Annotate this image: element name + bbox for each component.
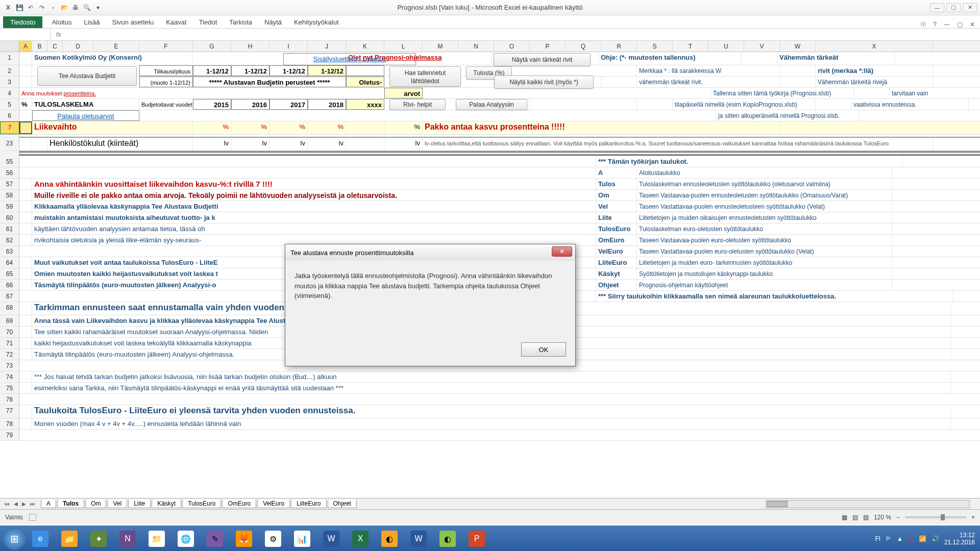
dialog-ok-button[interactable]: OK: [521, 342, 566, 357]
sheet-tab[interactable]: TulosEuro: [182, 499, 221, 508]
view-normal-icon[interactable]: ▦: [842, 514, 847, 521]
col-header-N[interactable]: N: [458, 41, 494, 52]
sheet-desc[interactable]: Liitetietojen ja muiden euro- tarkennust…: [637, 257, 892, 268]
cell[interactable]: [19, 190, 32, 201]
dialog-titlebar[interactable]: Tee alustava ennuste prosenttimuutoksill…: [285, 244, 575, 261]
col-header-K[interactable]: K: [346, 41, 384, 52]
lv[interactable]: lv: [384, 138, 423, 151]
period-1[interactable]: 1-12/12: [193, 65, 231, 76]
cell[interactable]: [19, 257, 32, 268]
row-header[interactable]: 7: [0, 121, 19, 134]
row-header[interactable]: 79: [0, 430, 19, 440]
sheet-key[interactable]: TulosEuro: [596, 223, 637, 234]
zoom-out-icon[interactable]: −: [896, 514, 900, 521]
preview-icon[interactable]: 🔍: [83, 4, 91, 12]
taskbar-ie[interactable]: e: [26, 528, 55, 550]
default-label-2[interactable]: arvot: [384, 88, 423, 98]
col-header-R[interactable]: R: [601, 41, 637, 52]
cell[interactable]: [19, 371, 32, 382]
year-4[interactable]: 2018: [308, 99, 346, 110]
lv[interactable]: lv: [270, 138, 308, 151]
default-label-1[interactable]: Oletus-: [346, 77, 384, 87]
ribbon-tab-data[interactable]: Tiedot: [193, 16, 224, 28]
help-line[interactable]: Merkkaa * : llä sarakkeessa W: [637, 65, 780, 76]
cell[interactable]: [19, 201, 32, 212]
minimize-button[interactable]: —: [930, 3, 944, 12]
less-important-sub[interactable]: rivit (merkaa *:llä): [816, 65, 933, 76]
cell[interactable]: [19, 212, 32, 223]
heading-77[interactable]: Taulukoita TulosEuro - LiiteEuro ei ylee…: [32, 405, 951, 418]
qat-more-icon[interactable]: ▾: [94, 4, 102, 12]
row-header[interactable]: 68: [0, 302, 19, 315]
view-break-icon[interactable]: ▧: [863, 514, 869, 521]
cell[interactable]: [530, 99, 637, 110]
cell[interactable]: [19, 138, 32, 151]
company-title[interactable]: Suomen Kotikylmiö Oy (Konserni): [32, 52, 193, 65]
instruction-57[interactable]: Anna vähintäänkin vuosittaiset liikevaih…: [32, 179, 596, 189]
revenue-warning[interactable]: Pakko antaa kasvu prosentteina !!!!!: [423, 121, 780, 134]
cell[interactable]: [19, 235, 32, 245]
tab-last-icon[interactable]: ⏭: [29, 501, 37, 507]
row-help-button[interactable]: Rivi- helpit: [389, 99, 446, 110]
sheet-tab[interactable]: Om: [85, 499, 106, 508]
cell[interactable]: Tee Alustava Budjetti: [32, 65, 139, 76]
ribbon-tab-layout[interactable]: Sivun asettelu: [106, 16, 160, 28]
tray-time[interactable]: 13:12: [944, 532, 975, 539]
sheet-key[interactable]: A: [596, 167, 637, 178]
col-header-T[interactable]: T: [673, 41, 708, 52]
row-header[interactable]: 4: [0, 88, 19, 98]
sheet-tab[interactable]: Ohjeet: [328, 499, 357, 508]
cell[interactable]: Rivi- helpit Palaa Analyysiin: [384, 99, 530, 110]
lv[interactable]: lv: [231, 138, 270, 151]
row-header[interactable]: 5: [0, 99, 19, 110]
instruction-59[interactable]: Klikkaamalla ylläolevaa käskynappia Tee …: [32, 201, 596, 212]
cell[interactable]: [19, 338, 32, 348]
revenue-label[interactable]: Liikevaihto: [32, 121, 193, 134]
col-header-X[interactable]: X: [816, 41, 933, 52]
sheet-key[interactable]: Ohjeet: [596, 280, 637, 290]
col-header-Q[interactable]: Q: [566, 41, 601, 52]
pct[interactable]: %: [193, 121, 231, 134]
row-header[interactable]: 59: [0, 201, 19, 212]
row-header[interactable]: 61: [0, 223, 19, 234]
sheet-tab[interactable]: Käskyt: [152, 499, 181, 508]
start-button[interactable]: ⊞: [3, 528, 26, 550]
period-4[interactable]: 1-12/12: [308, 65, 346, 76]
less-important-title[interactable]: Vähemmän tärkeät: [777, 52, 895, 65]
scrollbar-thumb[interactable]: [767, 501, 788, 507]
return-analysis-button[interactable]: Palaa Analyysiin: [456, 99, 527, 110]
zoom-slider[interactable]: [905, 516, 966, 518]
row-header[interactable]: 64: [0, 257, 19, 268]
tray-network-icon[interactable]: 📶: [919, 535, 926, 542]
fx-label[interactable]: fx: [51, 31, 66, 38]
taskbar-chrome[interactable]: 🌐: [172, 528, 200, 550]
col-header-E[interactable]: E: [93, 41, 139, 52]
sheet-desc[interactable]: Syöttötietojen ja muotoilujen käskynappi…: [637, 268, 892, 279]
new-icon[interactable]: ▫: [49, 4, 57, 12]
cell[interactable]: [19, 167, 596, 178]
tray-volume-icon[interactable]: 🔊: [932, 535, 939, 542]
row-header[interactable]: 56: [0, 167, 19, 178]
zoom-thumb[interactable]: [941, 514, 945, 520]
taskbar-app[interactable]: 📁: [55, 528, 84, 550]
help-line[interactable]: Vähemmän tärkeitä rivejä: [816, 77, 933, 87]
cell[interactable]: [19, 405, 32, 418]
ribbon-window-close-icon[interactable]: ✕: [970, 21, 975, 28]
help-line[interactable]: vähemmän tärkeät rivit.: [637, 77, 780, 87]
sheets-footer[interactable]: *** Siirry taulukoihin klikkaamalla sen …: [596, 291, 953, 302]
personnel-costs[interactable]: Henkilöstökulut (kiinteät): [47, 138, 193, 151]
taskbar-firefox[interactable]: 🦊: [230, 528, 258, 550]
cell[interactable]: Hae tallennetut lähtötiedot Tulosta (%): [384, 65, 494, 76]
col-header-J[interactable]: J: [308, 41, 346, 52]
col-header-V[interactable]: V: [744, 41, 780, 52]
cell[interactable]: [346, 138, 384, 151]
taskbar-powerpoint[interactable]: P: [462, 528, 491, 550]
cell[interactable]: [19, 315, 32, 326]
pct[interactable]: %: [231, 121, 270, 134]
tray-shield-icon[interactable]: ⚠: [908, 535, 914, 542]
cell[interactable]: Näytä vain tärkeät rivit: [492, 52, 599, 65]
ribbon-tab-developer[interactable]: Kehitystyökalut: [288, 16, 345, 28]
cell[interactable]: [19, 65, 32, 76]
row-header[interactable]: 2: [0, 65, 19, 76]
ribbon-tab-formulas[interactable]: Kaavat: [160, 16, 192, 28]
